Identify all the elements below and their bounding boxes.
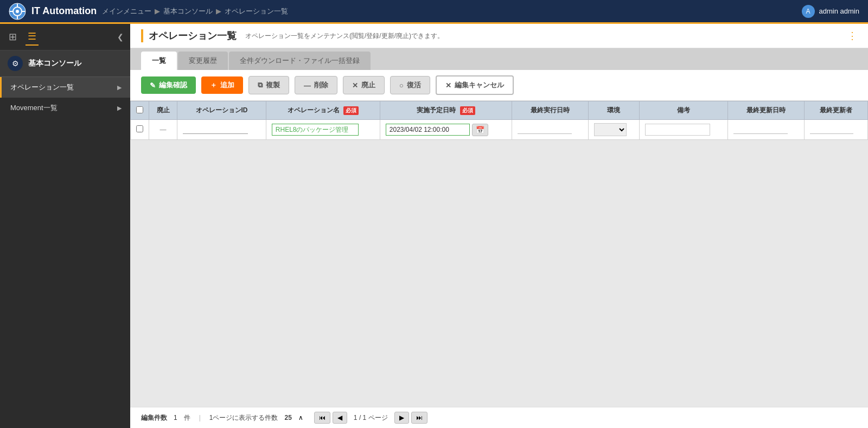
table-row: — 📅: [131, 120, 868, 140]
chevron-right-icon: ▶: [117, 84, 122, 91]
required-badge-name: 必須: [343, 106, 359, 115]
sidebar-item-operations[interactable]: オペレーション一覧 ▶: [0, 77, 130, 98]
required-badge-date: 必須: [460, 106, 475, 115]
first-page-button[interactable]: ⏮: [314, 412, 330, 424]
breadcrumb-sep-1: ▶: [155, 7, 160, 15]
header-last-update-col: 最終更新日時: [728, 101, 804, 120]
per-page-up-button[interactable]: ∧: [298, 414, 303, 421]
header-scheduled-col: 実施予定日時 必須: [380, 101, 512, 120]
last-page-button[interactable]: ⏭: [411, 412, 427, 424]
header-right: A admin admin: [802, 5, 859, 18]
row-last-exec-cell: [512, 120, 588, 140]
minus-icon: —: [304, 81, 311, 90]
scheduled-date-input[interactable]: [386, 124, 470, 136]
row-scheduled-cell: 📅: [380, 120, 512, 140]
header-disabled-col: 廃止: [149, 101, 177, 120]
calendar-button[interactable]: 📅: [472, 124, 488, 136]
header-name-col: オペレーション名 必須: [266, 101, 380, 120]
next-page-button[interactable]: ▶: [394, 412, 409, 424]
tab-download[interactable]: 全件ダウンロード・ファイル一括登録: [229, 52, 371, 70]
header: IT Automation メインメニュー ▶ 基本コンソール ▶ オペレーショ…: [0, 0, 868, 24]
table-header-row: 廃止 オペレーションID オペレーション名 必須 実施予定日時 必須 最終実行日…: [131, 101, 868, 120]
header-note-col: 備考: [639, 101, 728, 120]
layout: ⊞ ☰ ❮ ⚙ 基本コンソール オペレーション一覧 ▶ Movement一覧 ▶…: [0, 24, 868, 428]
page-menu-button[interactable]: ⋮: [847, 30, 857, 42]
edit-count-value: 1: [174, 414, 177, 421]
row-disabled-cell: —: [149, 120, 177, 140]
add-button[interactable]: ＋ 追加: [201, 76, 243, 94]
circle-icon: ○: [399, 81, 404, 90]
plus-icon: ＋: [210, 80, 217, 90]
sidebar-icon-bar: ⊞ ☰ ❮: [0, 24, 130, 50]
environment-select[interactable]: [594, 123, 627, 136]
page-info: 1 / 1 ページ: [354, 413, 388, 423]
add-label: 追加: [220, 80, 234, 90]
delete-label: 削除: [314, 80, 328, 90]
cancel-button[interactable]: ✕ 編集キャンセル: [436, 75, 514, 95]
page-header: オペレーション一覧 オペレーション一覧をメンテナンス(閲覧/登録/更新/廃止)で…: [130, 24, 868, 48]
row-checkbox[interactable]: [136, 125, 143, 132]
row-last-update-cell: [728, 120, 804, 140]
edit-count-label: 編集件数: [141, 413, 167, 423]
edit-count-unit: 件: [184, 413, 190, 423]
restore-label: 復活: [407, 80, 421, 90]
user-avatar: A: [802, 5, 815, 18]
prev-page-button[interactable]: ◀: [333, 412, 347, 424]
svg-point-2: [16, 10, 19, 13]
table-wrapper: 廃止 オペレーションID オペレーション名 必須 実施予定日時 必須 最終実行日…: [130, 101, 868, 407]
disable-label: 廃止: [361, 80, 375, 90]
chevron-right-icon-2: ▶: [117, 105, 122, 112]
sidebar-item-movements-label: Movement一覧: [10, 103, 58, 113]
row-note-cell: [639, 120, 728, 140]
toolbar: ✎ 編集確認 ＋ 追加 ⧉ 複製 — 削除 ✕ 廃止 ○ 復活: [130, 70, 868, 101]
page-description: オペレーション一覧をメンテナンス(閲覧/登録/更新/廃止)できます。: [245, 31, 444, 41]
copy-button[interactable]: ⧉ 複製: [248, 76, 289, 94]
footer: 編集件数 1 件 | 1ページに表示する件数 25 ∧ ⏮ ◀ 1 / 1 ペー…: [130, 407, 868, 428]
copy-label: 複製: [266, 80, 280, 90]
gear-icon: ⚙: [12, 59, 19, 68]
confirm-label: 編集確認: [159, 80, 187, 90]
header-last-updater-col: 最終更新者: [804, 101, 867, 120]
operation-name-input[interactable]: [272, 124, 359, 136]
app-logo: [9, 3, 26, 20]
page-nav: ⏮ ◀ 1 / 1 ページ ▶ ⏭: [314, 412, 427, 424]
page-separator: /: [359, 414, 361, 421]
header-checkbox-col: [131, 101, 149, 120]
sidebar-section-header: ⚙ 基本コンソール: [0, 50, 130, 77]
disable-button[interactable]: ✕ 廃止: [343, 76, 385, 94]
delete-button[interactable]: — 削除: [295, 76, 337, 94]
total-pages: 1: [363, 414, 367, 421]
row-id-cell: [177, 120, 266, 140]
row-last-updater-cell: [804, 120, 867, 140]
restore-button[interactable]: ○ 復活: [390, 76, 430, 94]
tab-history[interactable]: 変更履歴: [178, 52, 228, 70]
edit-icon: ✎: [150, 81, 156, 90]
cancel-label: 編集キャンセル: [455, 80, 504, 90]
last-updater-underline: [810, 126, 853, 134]
sidebar-section-label: 基本コンソール: [28, 59, 81, 68]
tab-bar: 一覧 変更履歴 全件ダウンロード・ファイル一括登録: [130, 48, 868, 70]
select-all-checkbox[interactable]: [136, 106, 143, 113]
user-name[interactable]: admin admin: [819, 7, 859, 15]
x-icon: ✕: [352, 81, 358, 90]
confirm-button[interactable]: ✎ 編集確認: [141, 76, 196, 94]
sidebar: ⊞ ☰ ❮ ⚙ 基本コンソール オペレーション一覧 ▶ Movement一覧 ▶: [0, 24, 130, 428]
copy-icon: ⧉: [258, 81, 263, 90]
app-title: IT Automation: [31, 5, 97, 17]
sidebar-grid-icon[interactable]: ⊞: [7, 29, 19, 45]
id-underline: [183, 126, 248, 134]
sidebar-collapse-button[interactable]: ❮: [117, 33, 124, 41]
main-content: オペレーション一覧 オペレーション一覧をメンテナンス(閲覧/登録/更新/廃止)で…: [130, 24, 868, 428]
header-last-exec-col: 最終実行日時: [512, 101, 588, 120]
current-page: 1: [354, 414, 358, 421]
breadcrumb-item-2[interactable]: 基本コンソール: [163, 7, 213, 16]
sidebar-item-movements[interactable]: Movement一覧 ▶: [0, 98, 130, 118]
breadcrumb-sep-2: ▶: [216, 7, 221, 15]
tab-list[interactable]: 一覧: [141, 52, 177, 70]
header-left: IT Automation メインメニュー ▶ 基本コンソール ▶ オペレーショ…: [9, 3, 288, 20]
sidebar-list-icon[interactable]: ☰: [25, 28, 39, 46]
disabled-dash: —: [160, 126, 167, 133]
note-input[interactable]: [645, 124, 710, 136]
breadcrumb-item-1[interactable]: メインメニュー: [102, 7, 151, 16]
header-id-col: オペレーションID: [177, 101, 266, 120]
